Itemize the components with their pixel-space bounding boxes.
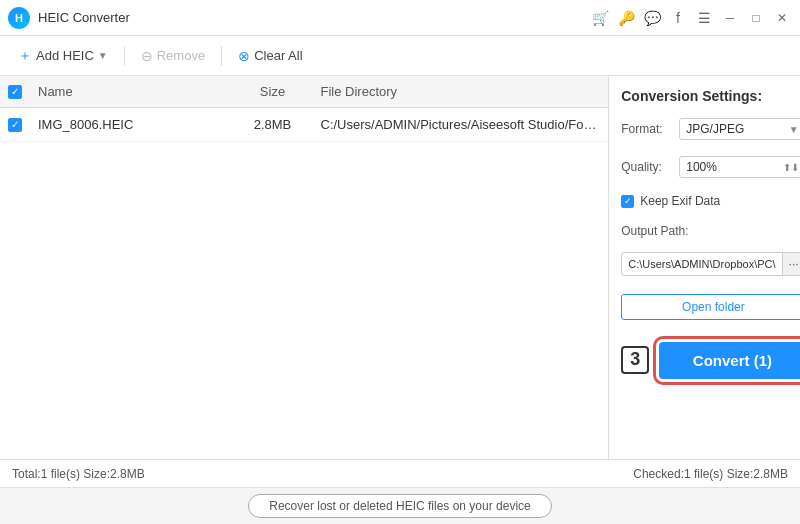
row-checkbox[interactable] xyxy=(8,118,22,132)
convert-button[interactable]: Convert (1) xyxy=(659,342,800,379)
add-dropdown-arrow[interactable]: ▼ xyxy=(98,50,108,61)
quality-select[interactable]: 100% ⬆⬇ xyxy=(679,156,800,178)
main-content: Name Size File Directory IMG_8006.HEIC 2… xyxy=(0,76,800,459)
table-header: Name Size File Directory xyxy=(0,76,608,108)
open-folder-button[interactable]: Open folder xyxy=(621,294,800,320)
keep-exif-label: Keep Exif Data xyxy=(640,194,720,208)
output-path-browse-button[interactable]: ··· xyxy=(782,253,800,275)
right-panel: Conversion Settings: Format: JPG/JPEG ▼ … xyxy=(609,76,800,459)
clear-all-button[interactable]: ⊗ Clear All xyxy=(230,44,310,68)
row-directory: C:/Users/ADMIN/Pictures/Aiseesoft Studio… xyxy=(313,117,609,132)
output-path-label: Output Path: xyxy=(621,224,800,238)
chat-icon[interactable]: 💬 xyxy=(642,8,662,28)
close-button[interactable]: ✕ xyxy=(772,8,792,28)
row-check[interactable] xyxy=(0,118,30,132)
format-dropdown-arrow: ▼ xyxy=(789,124,799,135)
cart-icon[interactable]: 🛒 xyxy=(590,8,610,28)
convert-section: 3 Convert (1) xyxy=(621,340,800,379)
keep-exif-row: Keep Exif Data xyxy=(621,194,800,208)
toolbar-divider-1 xyxy=(124,46,125,66)
toolbar-divider-2 xyxy=(221,46,222,66)
maximize-button[interactable]: □ xyxy=(746,8,766,28)
facebook-icon[interactable]: f xyxy=(668,8,688,28)
table-row[interactable]: IMG_8006.HEIC 2.8MB C:/Users/ADMIN/Pictu… xyxy=(0,108,608,142)
key-icon[interactable]: 🔑 xyxy=(616,8,636,28)
step-badge: 3 xyxy=(621,346,649,374)
row-name: IMG_8006.HEIC xyxy=(30,117,233,132)
file-list-area: Name Size File Directory IMG_8006.HEIC 2… xyxy=(0,76,609,459)
settings-title: Conversion Settings: xyxy=(621,88,800,104)
select-all-checkbox[interactable] xyxy=(8,85,22,99)
keep-exif-checkbox[interactable] xyxy=(621,195,634,208)
output-path-text: C:\Users\ADMIN\Dropbox\PC\ xyxy=(622,254,781,274)
header-name: Name xyxy=(30,84,233,99)
title-bar-right: 🛒 🔑 💬 f ☰ ─ □ ✕ xyxy=(590,8,792,28)
quality-row: Quality: 100% ⬆⬇ xyxy=(621,156,800,178)
plus-icon: ＋ xyxy=(18,47,32,65)
format-select[interactable]: JPG/JPEG ▼ xyxy=(679,118,800,140)
row-size: 2.8MB xyxy=(233,117,313,132)
file-list-spacer xyxy=(0,284,608,460)
header-size: Size xyxy=(233,84,313,99)
output-path-row: C:\Users\ADMIN\Dropbox\PC\ ··· xyxy=(621,252,800,276)
header-check xyxy=(0,85,30,99)
add-heic-button[interactable]: ＋ Add HEIC ▼ xyxy=(10,43,116,69)
quality-spinner[interactable]: ⬆⬇ xyxy=(783,162,799,173)
recovery-button[interactable]: Recover lost or deleted HEIC files on yo… xyxy=(248,494,551,518)
app-logo: H xyxy=(8,7,30,29)
app-title: HEIC Converter xyxy=(38,10,130,25)
title-bar-left: H HEIC Converter xyxy=(8,7,130,29)
header-directory: File Directory xyxy=(313,84,609,99)
format-label: Format: xyxy=(621,122,673,136)
table-body: IMG_8006.HEIC 2.8MB C:/Users/ADMIN/Pictu… xyxy=(0,108,608,284)
minus-icon: ⊖ xyxy=(141,48,153,64)
menu-icon[interactable]: ☰ xyxy=(694,8,714,28)
toolbar: ＋ Add HEIC ▼ ⊖ Remove ⊗ Clear All xyxy=(0,36,800,76)
remove-button[interactable]: ⊖ Remove xyxy=(133,44,213,68)
clear-icon: ⊗ xyxy=(238,48,250,64)
recovery-bar: Recover lost or deleted HEIC files on yo… xyxy=(0,487,800,524)
minimize-button[interactable]: ─ xyxy=(720,8,740,28)
status-checked: Checked:1 file(s) Size:2.8MB xyxy=(633,467,788,481)
title-bar: H HEIC Converter 🛒 🔑 💬 f ☰ ─ □ ✕ xyxy=(0,0,800,36)
format-row: Format: JPG/JPEG ▼ xyxy=(621,118,800,140)
status-total: Total:1 file(s) Size:2.8MB xyxy=(12,467,145,481)
quality-label: Quality: xyxy=(621,160,673,174)
status-bar: Total:1 file(s) Size:2.8MB Checked:1 fil… xyxy=(0,459,800,487)
